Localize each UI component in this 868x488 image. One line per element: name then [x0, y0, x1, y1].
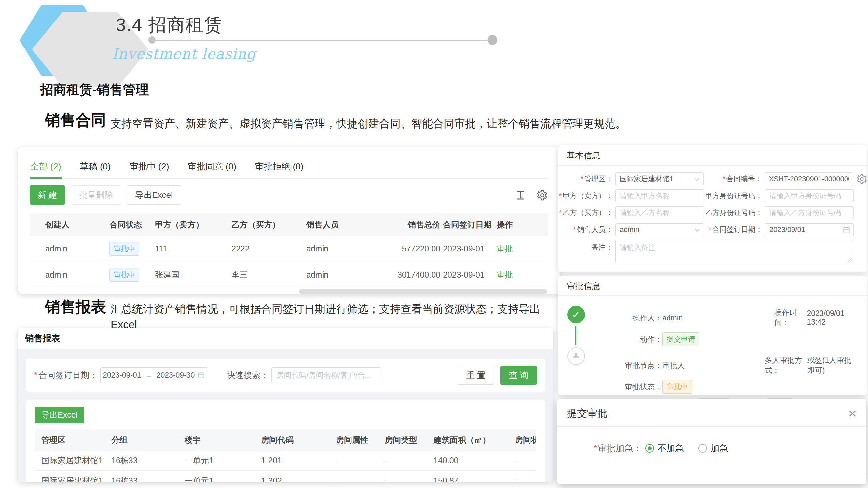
col-action: 操作 [497, 219, 526, 230]
party-b-input[interactable] [615, 206, 704, 219]
operation-time-value: 2023/09/01 13:42 [807, 309, 858, 327]
contract-tabs: 全部 (2) 草稿 (0) 审批中 (2) 审批同意 (0) 审批拒绝 (0) [30, 155, 548, 179]
report-table-row: 国际家居建材馆1 16栋33 一单元1 1-201 - - 140.00 - [35, 451, 536, 471]
sign-date-input[interactable]: 2023/09/01 [765, 223, 854, 236]
contract-no-input[interactable] [765, 172, 853, 186]
action-label: 动作： [616, 334, 662, 345]
party-a-label: *甲方（卖方）： [558, 191, 615, 201]
feature-contract: 销售合同 支持空置资产、新建资产、虚拟资产销售管理，快捷创建合同、智能合同审批，… [45, 111, 794, 131]
tab-draft[interactable]: 草稿 (0) [80, 158, 112, 178]
report-table-header: 管理区 分组 楼宇 房间代码 房间属性 房间类型 建筑面积（㎡） 房间状态 [35, 429, 536, 451]
contract-list-panel: 全部 (2) 草稿 (0) 审批中 (2) 审批同意 (0) 审批拒绝 (0) … [18, 147, 560, 294]
chevron-down-icon [694, 176, 700, 181]
page-heading: 招商租赁-销售管理 [40, 81, 149, 99]
salesperson-select[interactable]: admin [615, 223, 704, 236]
section-title: 3.4 招商租赁 [116, 13, 223, 37]
radio-urgent[interactable]: 加急 [699, 443, 728, 454]
approved-check-icon: ✓ [567, 306, 585, 323]
cell-group: 16栋33 [111, 455, 185, 466]
date-from: 2023-09-01 [103, 371, 141, 380]
multi-approval-value: 或签(1人审批即可) [807, 355, 858, 376]
party-b-label: *乙方（买方）： [558, 208, 615, 218]
feature-report-title: 销售报表 [45, 298, 106, 316]
table-row: admin 审批中 张建国 李三 admin 3017400.00 2023-0… [30, 262, 548, 288]
cell-building: 一单元1 [185, 455, 261, 466]
cell-total: 577220.00 [375, 244, 443, 254]
new-contract-button[interactable]: 新 建 [30, 186, 65, 205]
remark-label: 备注： [558, 240, 615, 252]
sign-date-label: *合同签订日期： [704, 225, 765, 234]
numbering-gear-icon[interactable] [856, 173, 867, 185]
approve-link[interactable]: 审批 [497, 270, 513, 279]
party-a-id-input[interactable] [765, 189, 854, 202]
col-party-b: 乙方（买方） [231, 219, 306, 230]
query-button[interactable]: 查 询 [500, 366, 537, 385]
col-total: 销售总价 [375, 219, 443, 230]
approval-node-label: 审批节点： [616, 360, 662, 370]
horizontal-scrollbar[interactable] [30, 289, 548, 294]
report-export-excel-button[interactable]: 导出Excel [35, 407, 84, 423]
gear-icon[interactable] [536, 189, 548, 201]
tab-approved[interactable]: 审批同意 (0) [187, 158, 237, 178]
quick-search-input[interactable] [272, 367, 381, 383]
col-party-a: 甲方（卖方） [155, 219, 231, 230]
submit-approval-dialog: 提交审批 × *审批加急： 不加急 加急 [557, 399, 866, 484]
cell-party-b: 2222 [231, 244, 306, 254]
cell-room-attr: - [336, 456, 385, 465]
tab-rejected[interactable]: 审批拒绝 (0) [254, 158, 304, 178]
operator-label: 操作人： [616, 313, 662, 323]
row-height-icon[interactable] [515, 189, 527, 201]
reset-button[interactable]: 重 置 [458, 366, 494, 385]
col-status: 合同状态 [110, 219, 155, 230]
approval-info-panel: 审批信息 ✓ 操作人：admin 操作时间：2023/09/01 13:42 动… [558, 276, 867, 395]
cell-group: 16栋33 [111, 475, 185, 483]
date-to: 2023-09-30 [157, 371, 195, 380]
feature-report-desc: 汇总统计资产销售情况，可根据合同签订日期进行筛选；支持查看当前资源状态；支持导出… [106, 298, 550, 332]
cell-room-code: 1-201 [261, 456, 336, 465]
tab-approving[interactable]: 审批中 (2) [129, 158, 170, 178]
feature-contract-desc: 支持空置资产、新建资产、虚拟资产销售管理，快捷创建合同、智能合同审批，让整个销售… [106, 111, 626, 131]
approval-info-title: 审批信息 [558, 276, 867, 296]
status-badge: 审批中 [110, 268, 139, 282]
report-page-title: 销售报表 [18, 328, 553, 344]
operator-value: admin [662, 314, 683, 322]
cell-creator: admin [30, 244, 110, 254]
salesperson-label: *销售人员： [558, 225, 615, 234]
col-creator: 创建人 [30, 219, 110, 230]
status-badge: 审批中 [110, 242, 139, 256]
approval-node-value: 审批人 [662, 360, 685, 370]
cell-room-code: 1-302 [261, 476, 336, 483]
cell-total: 3017400.00 [375, 270, 443, 280]
cell-management-area: 国际家居建材馆1 [35, 475, 111, 483]
batch-delete-button[interactable]: 批量删除 [71, 186, 121, 205]
cell-creator: admin [30, 270, 110, 280]
col-building: 楼宇 [185, 435, 261, 445]
urgent-label: *审批加急： [594, 443, 642, 454]
scrollbar-thumb[interactable] [299, 289, 548, 294]
management-area-label: *管理区： [558, 174, 615, 184]
export-excel-button[interactable]: 导出Excel [127, 186, 181, 205]
management-area-select[interactable]: 国际家居建材馆1 [615, 172, 704, 186]
cell-sign-date: 2023-09-01 [443, 244, 497, 254]
cell-salesperson: admin [306, 244, 375, 254]
resize-grip-icon[interactable] [847, 257, 852, 262]
party-a-input[interactable] [615, 189, 704, 202]
timeline-connector [576, 326, 577, 345]
date-range-input[interactable]: 2023-09-01 → 2023-09-30 [100, 367, 208, 383]
radio-not-urgent[interactable]: 不加急 [645, 443, 684, 454]
approval-status-badge: 审批中 [662, 380, 692, 394]
tab-all[interactable]: 全部 (2) [30, 158, 62, 178]
cell-room-type: - [385, 476, 434, 483]
approve-link[interactable]: 审批 [497, 244, 513, 253]
party-b-id-input[interactable] [765, 206, 854, 219]
col-room-code: 房间代码 [261, 435, 336, 445]
multi-approval-label: 多人审批方式： [765, 355, 807, 376]
cell-sign-date: 2023-09-01 [443, 270, 497, 280]
feature-contract-title: 销售合同 [45, 111, 106, 129]
remark-textarea[interactable] [615, 240, 854, 263]
party-b-id-label: 乙方身份证号码： [704, 208, 765, 218]
col-group: 分组 [111, 435, 185, 445]
close-icon[interactable]: × [848, 408, 857, 419]
contract-no-label: *合同编号： [704, 174, 765, 184]
approval-stamp-icon [567, 348, 585, 365]
